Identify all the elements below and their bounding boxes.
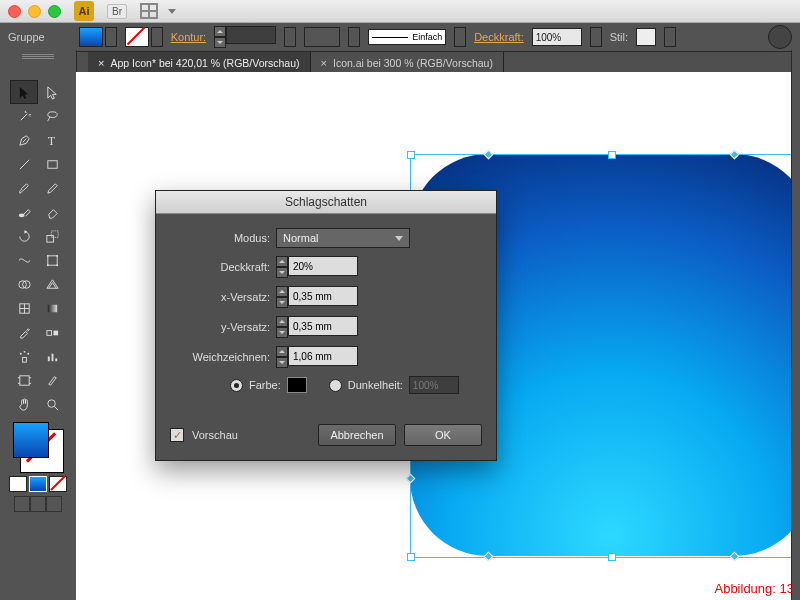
color-mode-none[interactable]	[49, 476, 67, 492]
selection-tool[interactable]	[10, 80, 38, 104]
bridge-button[interactable]: Br	[107, 4, 127, 19]
y-offset-input[interactable]	[288, 316, 358, 336]
blur-input[interactable]	[288, 346, 358, 366]
x-offset-stepper[interactable]	[276, 286, 358, 308]
mesh-tool[interactable]	[10, 296, 38, 320]
stroke-swatch[interactable]	[125, 27, 149, 47]
blend-tool[interactable]	[38, 320, 66, 344]
tab-label: App Icon* bei 420,01 % (RGB/Vorschau)	[110, 57, 299, 69]
drawing-mode-inside[interactable]	[46, 496, 62, 512]
opacity-dropdown[interactable]	[590, 27, 602, 47]
scale-tool[interactable]	[38, 224, 66, 248]
line-segment-tool[interactable]	[10, 152, 38, 176]
fill-indicator[interactable]	[13, 422, 49, 458]
y-offset-label: y-Versatz:	[170, 321, 270, 333]
svg-rect-17	[53, 330, 58, 335]
svg-point-26	[47, 399, 55, 407]
y-offset-stepper[interactable]	[276, 316, 358, 338]
mode-value: Normal	[283, 232, 318, 244]
color-mode-solid[interactable]	[9, 476, 27, 492]
blur-stepper[interactable]	[276, 346, 358, 368]
opacity-input[interactable]: 100%	[532, 28, 582, 46]
zoom-window-button[interactable]	[48, 5, 61, 18]
fill-swatch-group	[79, 27, 117, 47]
shadow-color-swatch[interactable]	[287, 377, 307, 393]
svg-rect-24	[55, 358, 57, 361]
color-radio-label: Farbe:	[249, 379, 281, 391]
mode-select[interactable]: Normal	[276, 228, 410, 248]
magic-wand-tool[interactable]	[10, 104, 38, 128]
eyedropper-tool[interactable]	[10, 320, 38, 344]
close-window-button[interactable]	[8, 5, 21, 18]
svg-rect-16	[46, 330, 51, 335]
drop-shadow-dialog: Schlagschatten Modus: Normal Deckkraft: …	[155, 190, 497, 461]
recolor-artwork-button[interactable]	[768, 25, 792, 49]
close-tab-icon[interactable]: ×	[98, 57, 104, 69]
close-tab-icon[interactable]: ×	[321, 57, 327, 69]
brush-dropdown[interactable]	[454, 27, 466, 47]
blob-brush-tool[interactable]	[10, 200, 38, 224]
selection-handle[interactable]	[407, 151, 415, 159]
fill-stroke-indicator[interactable]	[13, 422, 63, 472]
drawing-mode-normal[interactable]	[14, 496, 30, 512]
stroke-width-dropdown[interactable]	[284, 27, 296, 47]
artboard-tool[interactable]	[10, 368, 38, 392]
varwidth-profile[interactable]	[304, 27, 340, 47]
gradient-tool[interactable]	[38, 296, 66, 320]
cancel-button[interactable]: Abbrechen	[318, 424, 396, 446]
zoom-tool[interactable]	[38, 392, 66, 416]
symbol-sprayer-tool[interactable]	[10, 344, 38, 368]
svg-text:T: T	[47, 134, 55, 148]
svg-line-2	[19, 159, 28, 168]
selection-handle[interactable]	[608, 151, 616, 159]
selection-handle[interactable]	[407, 553, 415, 561]
x-offset-input[interactable]	[288, 286, 358, 306]
ok-button[interactable]: OK	[404, 424, 482, 446]
color-mode-gradient[interactable]	[29, 476, 47, 492]
tools-panel: T	[0, 50, 77, 600]
slice-tool[interactable]	[38, 368, 66, 392]
pencil-tool[interactable]	[38, 176, 66, 200]
lasso-tool[interactable]	[38, 104, 66, 128]
column-graph-tool[interactable]	[38, 344, 66, 368]
stroke-width-stepper[interactable]	[214, 26, 276, 48]
selection-handle[interactable]	[608, 553, 616, 561]
screen-mode-row	[0, 496, 76, 512]
brush-definition[interactable]: Einfach	[368, 29, 446, 45]
free-transform-tool[interactable]	[38, 248, 66, 272]
rotate-tool[interactable]	[10, 224, 38, 248]
document-tab[interactable]: ×Icon.ai bei 300 % (RGB/Vorschau)	[311, 52, 504, 74]
document-tab-active[interactable]: ×App Icon* bei 420,01 % (RGB/Vorschau)	[88, 52, 311, 74]
drawing-mode-behind[interactable]	[30, 496, 46, 512]
preview-checkbox[interactable]: ✓	[170, 428, 184, 442]
minimize-window-button[interactable]	[28, 5, 41, 18]
hand-tool[interactable]	[10, 392, 38, 416]
svg-point-10	[46, 264, 48, 266]
color-radio[interactable]	[230, 379, 243, 392]
pen-tool[interactable]	[10, 128, 38, 152]
rectangle-tool[interactable]	[38, 152, 66, 176]
shape-builder-tool[interactable]	[10, 272, 38, 296]
opacity-label[interactable]: Deckkraft:	[474, 31, 524, 43]
fill-swatch[interactable]	[79, 27, 103, 47]
svg-rect-3	[47, 160, 56, 168]
stroke-label[interactable]: Kontur:	[171, 31, 206, 43]
style-dropdown[interactable]	[664, 27, 676, 47]
width-tool[interactable]	[10, 248, 38, 272]
darkness-radio[interactable]	[329, 379, 342, 392]
arrange-documents-icon[interactable]	[140, 3, 158, 19]
type-tool[interactable]: T	[38, 128, 66, 152]
paintbrush-tool[interactable]	[10, 176, 38, 200]
panel-grip[interactable]	[22, 54, 54, 58]
opacity-input[interactable]	[288, 256, 358, 276]
direct-selection-tool[interactable]	[38, 80, 66, 104]
fill-dropdown[interactable]	[105, 27, 117, 47]
varwidth-dropdown[interactable]	[348, 27, 360, 47]
style-swatch[interactable]	[636, 28, 656, 46]
darkness-radio-label: Dunkelheit:	[348, 379, 403, 391]
eraser-tool[interactable]	[38, 200, 66, 224]
panel-dock[interactable]	[791, 50, 800, 600]
opacity-stepper[interactable]	[276, 256, 358, 278]
perspective-grid-tool[interactable]	[38, 272, 66, 296]
stroke-dropdown[interactable]	[151, 27, 163, 47]
